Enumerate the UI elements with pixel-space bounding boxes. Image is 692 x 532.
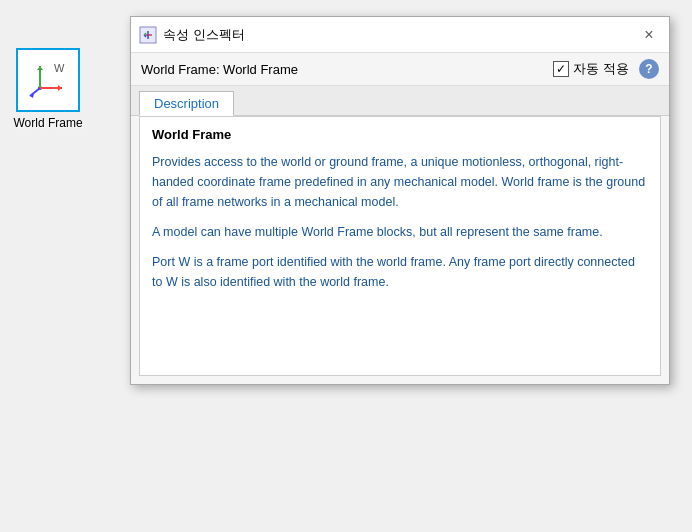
icon-box: W: [16, 48, 80, 112]
auto-apply-checkbox[interactable]: ✓: [553, 61, 569, 77]
content-area: World Frame Provides access to the world…: [139, 116, 661, 376]
svg-text:W: W: [54, 62, 65, 74]
title-bar: 속성 인스펙터 ×: [131, 17, 669, 53]
auto-apply-label: 자동 적용: [573, 60, 629, 78]
tab-description[interactable]: Description: [139, 91, 234, 116]
property-inspector-dialog: 속성 인스펙터 × World Frame: World Frame ✓ 자동 …: [130, 16, 670, 385]
toolbar-row: World Frame: World Frame ✓ 자동 적용 ?: [131, 53, 669, 86]
svg-line-5: [30, 88, 40, 96]
help-button[interactable]: ?: [639, 59, 659, 79]
world-frame-svg: W: [26, 58, 70, 102]
svg-marker-4: [37, 66, 43, 70]
paragraph-3: Port W is a frame port identified with t…: [152, 252, 648, 292]
world-frame-icon[interactable]: W World Frame: [8, 48, 88, 130]
paragraph-2: A model can have multiple World Frame bl…: [152, 222, 648, 242]
dialog-icon: [139, 26, 157, 44]
tab-bar: Description: [131, 86, 669, 116]
content-section-title: World Frame: [152, 127, 648, 142]
checkbox-area[interactable]: ✓ 자동 적용: [553, 60, 629, 78]
dialog-title: 속성 인스펙터: [163, 26, 637, 44]
desktop-icon-label: World Frame: [13, 116, 82, 130]
close-button[interactable]: ×: [637, 23, 661, 47]
svg-marker-2: [58, 85, 62, 91]
content-text-block: Provides access to the world or ground f…: [152, 152, 648, 292]
block-name-label: World Frame: World Frame: [141, 62, 553, 77]
auto-apply-area: ✓ 자동 적용 ?: [553, 59, 659, 79]
paragraph-1: Provides access to the world or ground f…: [152, 152, 648, 212]
